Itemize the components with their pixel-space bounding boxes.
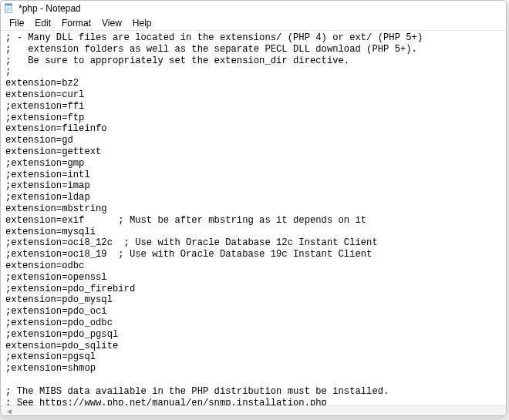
editor-line[interactable]: extension=bz2 <box>5 78 501 89</box>
editor-line[interactable]: ;extension=imap <box>5 180 501 192</box>
editor-line[interactable]: ; - Many DLL files are located in the ex… <box>5 32 501 44</box>
menu-format[interactable]: Format <box>56 17 96 29</box>
editor-line[interactable]: extension=exif ; Must be after mbstring … <box>5 215 501 227</box>
editor-line[interactable]: ;extension=pdo_odbc <box>5 318 501 329</box>
editor-line[interactable]: ;extension=ffi <box>5 101 501 113</box>
menu-file[interactable]: File <box>4 17 29 29</box>
editor-line[interactable]: extension=gd <box>5 135 501 146</box>
editor-line[interactable]: ;extension=pdo_oci <box>5 306 501 318</box>
editor-line[interactable]: ;extension=ldap <box>5 192 501 203</box>
editor-line[interactable]: ; See https://www.php.net/manual/en/snmp… <box>5 398 501 406</box>
editor-line[interactable]: extension=mysqli <box>5 227 501 238</box>
menubar: File Edit Format View Help <box>1 16 506 30</box>
editor-line[interactable]: ;extension=gmp <box>5 158 501 170</box>
editor-line[interactable]: ;extension=pdo_pgsql <box>5 329 501 341</box>
editor-line[interactable]: extension=pdo_sqlite <box>5 341 501 352</box>
text-editor[interactable]: ; - Many DLL files are located in the ex… <box>1 31 506 405</box>
editor-line[interactable]: ; Be sure to appropriately set the exten… <box>5 55 501 67</box>
window-title: *php - Notepad <box>19 3 81 14</box>
editor-line[interactable]: ; extension folders as well as the separ… <box>5 44 501 55</box>
editor-line[interactable]: ;extension=intl <box>5 170 501 181</box>
editor-line[interactable]: ;extension=shmop <box>5 363 501 375</box>
notepad-window: *php - Notepad File Edit Format View Hel… <box>0 0 507 416</box>
titlebar[interactable]: *php - Notepad <box>1 1 506 16</box>
editor-line[interactable]: ;extension=oci8_19 ; Use with Oracle Dat… <box>5 249 501 260</box>
editor-line[interactable]: extension=fileinfo <box>5 123 501 135</box>
editor-line[interactable]: extension=gettext <box>5 146 501 158</box>
editor-line[interactable]: ;extension=pdo_firebird <box>5 284 501 295</box>
editor-line[interactable]: extension=pdo_mysql <box>5 294 501 306</box>
editor-line[interactable]: ;extension=pgsql <box>5 351 501 363</box>
editor-line[interactable]: ; The MIBS data available in the PHP dis… <box>5 386 501 398</box>
editor-line[interactable]: extension=odbc <box>5 260 501 272</box>
menu-view[interactable]: View <box>96 17 127 29</box>
left-scroll-indicator: ◄ <box>5 407 13 415</box>
editor-line[interactable]: ; <box>5 66 501 78</box>
menu-edit[interactable]: Edit <box>29 17 56 29</box>
notepad-icon <box>4 3 15 14</box>
editor-line[interactable]: ;extension=ftp <box>5 113 501 124</box>
statusbar: ◄ <box>1 405 506 415</box>
svg-rect-1 <box>5 4 12 6</box>
menu-help[interactable]: Help <box>127 17 157 29</box>
editor-line[interactable] <box>5 375 501 386</box>
editor-line[interactable]: ;extension=openssl <box>5 272 501 284</box>
editor-line[interactable]: extension=mbstring <box>5 203 501 215</box>
editor-line[interactable]: extension=curl <box>5 89 501 101</box>
editor-line[interactable]: ;extension=oci8_12c ; Use with Oracle Da… <box>5 237 501 249</box>
